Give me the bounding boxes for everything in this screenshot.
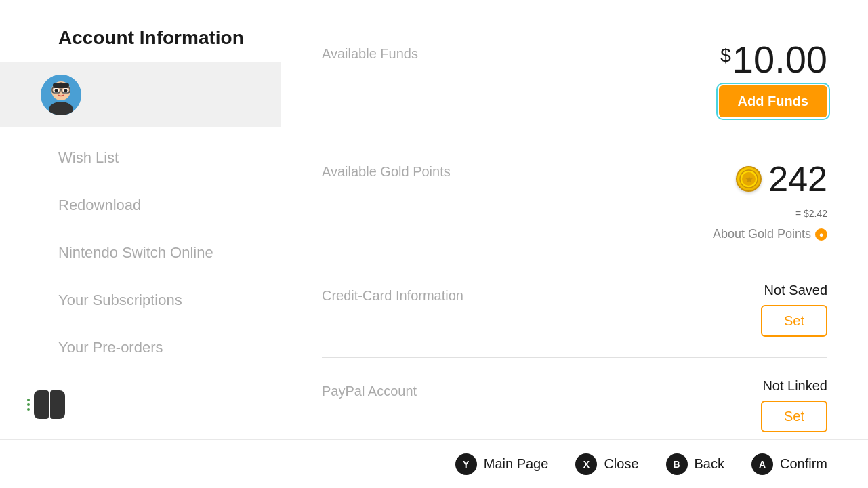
sidebar-item-redownload[interactable]: Redownload <box>58 182 254 229</box>
sidebar-bottom <box>0 377 281 439</box>
paypal-section: PayPal Account Not Linked Set <box>322 358 827 439</box>
credit-card-status: Not Saved <box>764 283 827 298</box>
x-button-icon: X <box>575 453 597 475</box>
back-action[interactable]: B Back <box>666 453 724 475</box>
credit-card-section: Credit-Card Information Not Saved Set <box>322 262 827 358</box>
paypal-label: PayPal Account <box>322 378 417 399</box>
close-label: Close <box>604 456 638 472</box>
available-gold-points-label: Available Gold Points <box>322 159 451 180</box>
available-funds-value: $ 10.00 Add Funds <box>719 41 827 117</box>
confirm-action[interactable]: A Confirm <box>751 453 827 475</box>
gold-points-number: 242 <box>768 159 827 199</box>
close-action[interactable]: X Close <box>575 453 638 475</box>
svg-point-6 <box>64 89 68 93</box>
content-area: Available Funds $ 10.00 Add Funds Availa… <box>281 0 868 439</box>
joycon-right <box>50 390 65 419</box>
svg-text:★: ★ <box>745 175 753 184</box>
available-funds-section: Available Funds $ 10.00 Add Funds <box>322 34 827 138</box>
main-page-action[interactable]: Y Main Page <box>455 453 549 475</box>
sidebar-item-wish-list[interactable]: Wish List <box>58 134 254 182</box>
gold-equiv-prefix: = <box>795 208 804 219</box>
sidebar-item-nso[interactable]: Nintendo Switch Online <box>58 229 254 277</box>
switch-dots <box>27 399 30 411</box>
gold-equiv-value: 2.42 <box>809 208 827 219</box>
gold-equiv-display: = $2.42 <box>795 206 827 220</box>
joycon-left <box>34 390 49 419</box>
gold-equiv-dollar: $ <box>804 208 809 219</box>
switch-dot-3 <box>27 408 30 411</box>
credit-set-button[interactable]: Set <box>761 305 827 337</box>
y-button-icon: Y <box>455 453 477 475</box>
funds-dollar-sign: $ <box>720 46 731 65</box>
paypal-set-button[interactable]: Set <box>761 401 827 432</box>
main-page-label: Main Page <box>484 456 549 472</box>
sidebar-nav: Wish List Redownload Nintendo Switch Onl… <box>0 134 281 371</box>
bottom-bar: Y Main Page X Close B Back A Confirm <box>0 439 868 488</box>
about-gold-label: About Gold Points <box>713 227 811 241</box>
credit-card-label: Credit-Card Information <box>322 283 463 304</box>
gold-points-value-col: ★ 242 = $2.42 About Gold Points ● <box>713 159 827 241</box>
about-gold-points-link[interactable]: About Gold Points ● <box>713 227 827 241</box>
add-funds-button[interactable]: Add Funds <box>719 85 827 117</box>
gold-points-section: Available Gold Points ★ 242 = $2.42 <box>322 138 827 262</box>
page-title: Account Information <box>0 0 281 62</box>
avatar <box>41 75 81 115</box>
sidebar-item-pre-orders[interactable]: Your Pre-orders <box>58 324 254 371</box>
sidebar-item-subscriptions[interactable]: Your Subscriptions <box>58 277 254 324</box>
back-label: Back <box>695 456 724 472</box>
funds-amount-display: $ 10.00 <box>720 41 827 79</box>
svg-point-5 <box>55 89 58 93</box>
switch-joycons <box>34 390 65 419</box>
confirm-label: Confirm <box>780 456 827 472</box>
switch-logo <box>27 390 65 419</box>
paypal-status: Not Linked <box>762 378 827 394</box>
credit-card-value-col: Not Saved Set <box>761 283 827 337</box>
gold-points-display: ★ 242 <box>736 159 827 199</box>
available-funds-label: Available Funds <box>322 41 418 62</box>
switch-dot-1 <box>27 399 30 401</box>
about-gold-dot-icon: ● <box>815 228 827 241</box>
switch-dot-2 <box>27 403 30 406</box>
avatar-row <box>0 62 281 127</box>
sidebar: Account Information <box>0 0 281 439</box>
gold-coin-icon: ★ <box>736 166 762 192</box>
b-button-icon: B <box>666 453 688 475</box>
a-button-icon: A <box>751 453 773 475</box>
funds-number: 10.00 <box>732 41 827 79</box>
paypal-value-col: Not Linked Set <box>761 378 827 432</box>
